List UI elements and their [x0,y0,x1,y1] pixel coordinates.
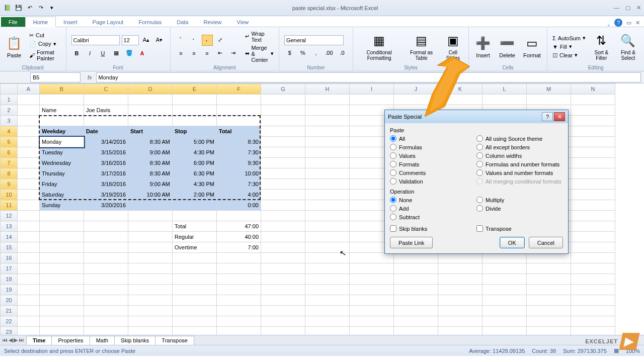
cell[interactable]: Saturday [40,190,84,200]
fx-icon[interactable]: fx [84,74,96,80]
cell[interactable] [173,253,217,263]
row-header[interactable]: 13 [1,221,18,232]
wrap-text-button[interactable]: ↵Wrap Text [243,30,276,43]
cell[interactable] [261,147,305,158]
align-left-icon[interactable]: ≡ [176,48,187,59]
row-header[interactable]: 1 [1,95,18,105]
cell[interactable]: Stop [173,126,217,137]
cell[interactable]: 9:00 AM [128,179,173,190]
cell[interactable]: 4:00 [217,190,261,200]
cell[interactable] [261,295,305,306]
cell[interactable] [261,263,305,274]
cell[interactable]: 8:30 AM [128,158,173,168]
close-icon[interactable]: ✕ [636,5,641,11]
cell[interactable]: Name [40,105,84,116]
cell[interactable]: 7:00 [217,242,261,253]
cell[interactable] [571,274,615,285]
cell[interactable] [261,242,305,253]
fill-color-button[interactable]: 🪣 [124,48,135,59]
cell[interactable] [84,95,128,105]
cell[interactable] [40,274,84,285]
cell[interactable] [350,316,394,327]
cell[interactable] [571,147,615,158]
ok-button[interactable]: OK [500,237,525,248]
undo-icon[interactable]: ↶ [25,4,34,13]
col-header[interactable]: F [217,84,261,95]
radio-option[interactable]: Comments [390,169,476,176]
cell[interactable] [173,295,217,306]
cell[interactable] [128,274,173,285]
col-header[interactable]: B [40,84,84,95]
cell[interactable] [571,126,615,137]
cell[interactable] [18,179,40,190]
col-header[interactable]: A [18,84,40,95]
cell[interactable]: 3/18/2016 [84,179,128,190]
cell[interactable] [261,200,305,211]
radio-option[interactable]: Formats [390,161,476,167]
cell[interactable]: 4:30 PM [173,179,217,190]
cell[interactable] [305,116,350,126]
cell[interactable] [571,285,615,295]
window-restore-icon[interactable]: ▭ [626,20,631,26]
cell[interactable] [527,316,571,327]
col-header[interactable]: L [482,84,527,95]
cell[interactable] [217,274,261,285]
cell[interactable]: 7:30 [217,147,261,158]
cell[interactable] [305,263,350,274]
cell[interactable] [173,274,217,285]
sheet-tab[interactable]: Skip blanks [114,336,155,345]
row-header[interactable]: 3 [1,116,18,126]
currency-icon[interactable]: $ [284,47,295,58]
cell[interactable]: 8:30 AM [128,168,173,179]
align-center-icon[interactable]: ≡ [189,48,200,59]
cell[interactable] [40,285,84,295]
cell[interactable] [305,126,350,137]
cell[interactable] [173,211,217,221]
tab-formulas[interactable]: Formulas [131,17,169,27]
cell[interactable] [482,285,527,295]
cell[interactable] [482,327,527,335]
cancel-button[interactable]: Cancel [529,237,563,248]
row-header[interactable]: 18 [1,274,18,285]
cell[interactable] [18,221,40,232]
cell[interactable] [394,306,438,316]
cell[interactable] [18,253,40,263]
cell[interactable]: 4:30 PM [173,147,217,158]
row-header[interactable]: 9 [1,179,18,190]
radio-option[interactable]: Formulas [390,144,476,150]
cell[interactable] [84,285,128,295]
cell[interactable] [261,179,305,190]
cell[interactable] [571,158,615,168]
col-header[interactable]: H [305,84,350,95]
tab-review[interactable]: Review [196,17,229,27]
tab-insert[interactable]: Insert [56,17,85,27]
cell[interactable] [84,316,128,327]
insert-cells-button[interactable]: ➕Insert [472,34,494,59]
cell[interactable] [173,200,217,211]
orientation-icon[interactable]: ⤢ [215,35,226,46]
cell[interactable] [128,253,173,263]
cell[interactable] [305,137,350,147]
cell[interactable] [350,263,394,274]
cell[interactable] [84,242,128,253]
cell[interactable] [482,306,527,316]
cell[interactable] [261,316,305,327]
cell[interactable]: 7:30 [217,179,261,190]
cell[interactable] [305,306,350,316]
row-header[interactable]: 14 [1,232,18,242]
autosum-button[interactable]: ΣAutoSum▾ [550,34,588,42]
cell[interactable] [438,306,482,316]
cell[interactable] [84,306,128,316]
cell[interactable] [571,306,615,316]
cell[interactable] [438,295,482,306]
col-header[interactable]: C [84,84,128,95]
cell-styles-button[interactable]: ▣Cell Styles [441,32,465,62]
cell[interactable] [128,95,173,105]
cell[interactable] [305,327,350,335]
cell[interactable] [173,285,217,295]
row-header[interactable]: 11 [1,200,18,211]
cell[interactable] [173,116,217,126]
cell[interactable] [305,190,350,200]
cell[interactable] [18,116,40,126]
merge-center-button[interactable]: ⬌Merge & Center▾ [243,44,276,63]
